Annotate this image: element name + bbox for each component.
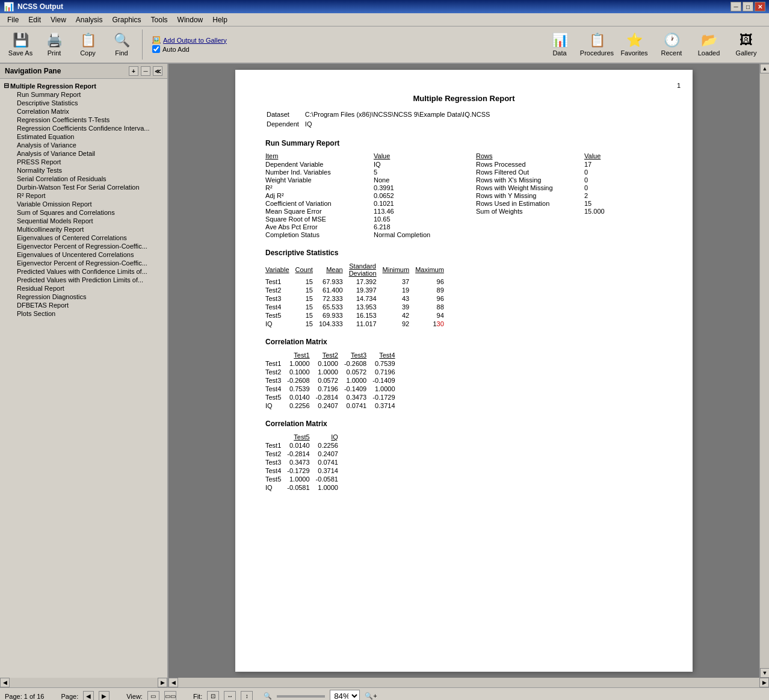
corr1-row-iq: IQ: [265, 401, 287, 410]
nav-item-anova[interactable]: Analysis of Variance: [2, 141, 165, 149]
nav-collapse-button[interactable]: ≪: [153, 66, 162, 76]
document-scroll-area[interactable]: 1 Multiple Regression Report Dataset C:\…: [168, 64, 759, 678]
save-as-button[interactable]: 💾 Save As: [5, 29, 36, 60]
auto-add-label: Auto Add: [162, 46, 190, 53]
gallery-button[interactable]: 🖼 Gallery: [728, 29, 764, 60]
corr2-row-iq: IQ: [265, 483, 287, 492]
table-row: IQ 0.2256 0.2407 0.0741 0.3714: [265, 401, 401, 410]
fit-height-button[interactable]: ↕: [241, 691, 253, 701]
nav-scroll-track[interactable]: [10, 678, 158, 687]
procedures-button[interactable]: 📋 Procedures: [579, 29, 615, 60]
nav-header: Navigation Pane + ─ ≪: [0, 64, 167, 79]
procedures-label: Procedures: [580, 49, 614, 57]
nav-item-plots[interactable]: Plots Section: [2, 309, 165, 318]
nav-item-predicted-pred[interactable]: Predicted Values with Prediction Limits …: [2, 276, 165, 284]
page-prev-button[interactable]: ◀: [83, 691, 94, 701]
corr2-row-test5: Test5: [265, 475, 287, 483]
fit-width-button[interactable]: ↔: [224, 691, 236, 701]
nav-scroll-right[interactable]: ▶: [158, 678, 167, 687]
nav-item-press[interactable]: PRESS Report: [2, 158, 165, 166]
nav-item-reg-conf[interactable]: Regression Coefficients Confidence Inter…: [2, 124, 165, 132]
desc-std-iq: 11.017: [349, 320, 383, 328]
scroll-track[interactable]: [760, 73, 769, 668]
maximize-button[interactable]: □: [743, 2, 753, 11]
desc-min-iq: 92: [383, 320, 416, 328]
desc-count-test1: 15: [295, 277, 319, 286]
nav-item-predicted-conf[interactable]: Predicted Values with Confidence Limits …: [2, 267, 165, 276]
nav-item-estimated[interactable]: Estimated Equation: [2, 132, 165, 141]
view-single-button[interactable]: ▭: [147, 691, 159, 701]
scroll-up-button[interactable]: ▲: [760, 64, 769, 73]
loaded-button[interactable]: 📂 Loaded: [691, 29, 727, 60]
menu-analysis[interactable]: Analysis: [71, 14, 108, 25]
desc-count-iq: 15: [295, 320, 319, 328]
content-horizontal-scrollbar: ◀ ▶: [168, 678, 769, 687]
nav-item-variable-omission[interactable]: Variable Omission Report: [2, 200, 165, 208]
menu-window[interactable]: Window: [173, 14, 208, 25]
desc-min-test3: 43: [383, 294, 416, 303]
recent-button[interactable]: 🕐 Recent: [653, 29, 690, 60]
run-mse-label: Mean Square Error: [265, 208, 362, 215]
nav-item-anova-detail[interactable]: Analysis of Variance Detail: [2, 149, 165, 158]
nav-item-run-summary[interactable]: Run Summary Report: [2, 90, 165, 99]
nav-item-serial[interactable]: Serial Correlation of Residuals: [2, 175, 165, 183]
add-output-button[interactable]: 🖼️ Add Output to Gallery: [152, 36, 227, 44]
scroll-down-button[interactable]: ▼: [760, 668, 769, 678]
print-button[interactable]: 🖨️ Print: [39, 29, 70, 60]
fit-page-button[interactable]: ⊡: [207, 691, 219, 701]
auto-add-checkbox[interactable]: [152, 45, 160, 53]
nav-item-eigenvalues-uncentered[interactable]: Eigenvalues of Uncentered Correlations: [2, 250, 165, 259]
run-rows-xmiss-label: Rows with X's Missing: [476, 176, 572, 184]
zoom-dropdown[interactable]: 84% 50% 75% 100% 125% 150%: [330, 690, 360, 700]
close-button[interactable]: ✕: [755, 2, 765, 11]
corr2-t2t5: -0.2814: [287, 450, 315, 458]
menu-graphics[interactable]: Graphics: [108, 14, 146, 25]
data-button[interactable]: 📊 Data: [542, 29, 578, 60]
desc-count-test3: 15: [295, 294, 319, 303]
run-rows-xmiss-value: 0: [584, 176, 588, 184]
run-rows-filt-label: Rows Filtered Out: [476, 169, 572, 176]
nav-item-sum-squares[interactable]: Sum of Squares and Correlations: [2, 208, 165, 217]
find-button[interactable]: 🔍 Find: [106, 29, 137, 60]
menu-edit[interactable]: Edit: [23, 14, 46, 25]
corr1-row-test1: Test1: [265, 359, 287, 368]
menu-tools[interactable]: Tools: [146, 14, 173, 25]
desc-std-test3: 14.734: [349, 294, 383, 303]
desc-col-mean: Mean: [319, 262, 349, 277]
menu-view[interactable]: View: [46, 14, 71, 25]
table-row: Test3 0.3473 0.0741: [265, 458, 344, 466]
nav-item-descriptive[interactable]: Descriptive Statistics: [2, 99, 165, 107]
nav-item-dfbetas[interactable]: DFBETAS Report: [2, 301, 165, 309]
zoom-minus-icon: 🔍: [264, 692, 272, 700]
minimize-button[interactable]: ─: [730, 2, 741, 11]
nav-item-eigenvector-pct1[interactable]: Eigenvector Percent of Regression-Coeffi…: [2, 242, 165, 250]
menu-help[interactable]: Help: [208, 14, 232, 25]
nav-item-multicollinearity[interactable]: Multicollinearity Report: [2, 225, 165, 234]
nav-root-item[interactable]: ⊟ Multiple Regression Report: [2, 81, 165, 90]
nav-item-normality[interactable]: Normality Tests: [2, 166, 165, 175]
nav-item-residual[interactable]: Residual Report: [2, 284, 165, 293]
nav-item-correlation[interactable]: Correlation Matrix: [2, 107, 165, 116]
page-next-button[interactable]: ▶: [99, 691, 110, 701]
content-scroll-right[interactable]: ▶: [759, 678, 769, 687]
view-double-button[interactable]: ▭▭: [164, 691, 176, 701]
nav-item-eigenvalues-centered[interactable]: Eigenvalues of Centered Correlations: [2, 234, 165, 242]
nav-item-durbin[interactable]: Durbin-Watson Test For Serial Correlatio…: [2, 183, 165, 191]
menu-file[interactable]: File: [2, 14, 23, 25]
zoom-slider[interactable]: [277, 695, 325, 698]
nav-add-button[interactable]: +: [129, 66, 138, 76]
nav-scroll-left[interactable]: ◀: [0, 678, 10, 687]
nav-remove-button[interactable]: ─: [141, 66, 150, 76]
desc-var-iq: IQ: [265, 320, 295, 328]
nav-item-r2[interactable]: R² Report: [2, 191, 165, 200]
copy-button[interactable]: 📋 Copy: [72, 29, 103, 60]
table-row: Test1 0.0140 0.2256: [265, 441, 344, 450]
run-right-header-rows: Rows: [476, 152, 572, 160]
favorites-button[interactable]: ⭐ Favorites: [616, 29, 652, 60]
nav-item-sequential[interactable]: Sequential Models Report: [2, 217, 165, 225]
nav-item-eigenvector-pct2[interactable]: Eigenvector Percent of Regression-Coeffi…: [2, 259, 165, 267]
nav-item-regression-diag[interactable]: Regression Diagnostics: [2, 293, 165, 301]
nav-item-reg-coeff[interactable]: Regression Coefficients T-Tests: [2, 116, 165, 124]
content-scroll-track[interactable]: [178, 678, 759, 687]
content-scroll-left[interactable]: ◀: [168, 678, 178, 687]
